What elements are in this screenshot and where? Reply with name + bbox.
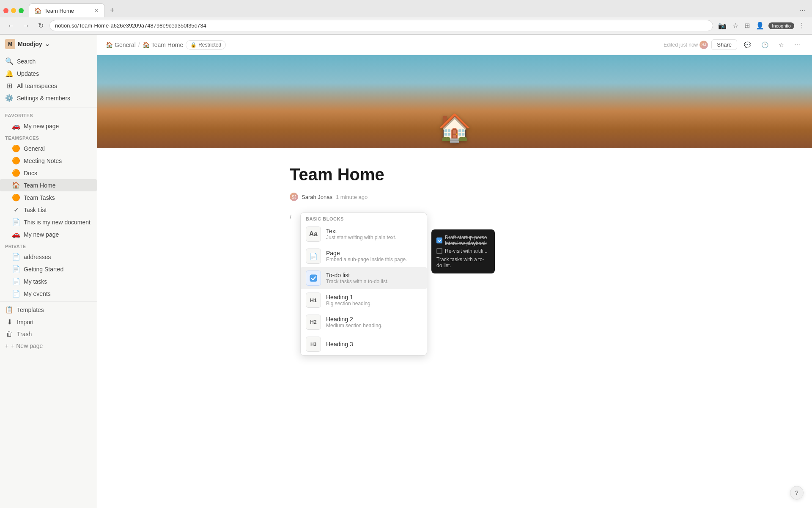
sidebar-item-settings[interactable]: ⚙️ Settings & members [0,92,97,104]
sidebar-item-team-home[interactable]: 🏠 Team Home [0,179,97,191]
my-tasks-icon: 📄 [12,277,20,285]
page-actions: Edited just now SJ Share 💬 🕐 ☆ ⋯ [664,39,804,50]
sidebar-item-my-events[interactable]: 📄 My events [0,287,97,300]
text-block-icon: Aa [306,226,321,242]
block-menu-item-h2[interactable]: H2 Heading 2 Medium section heading. [301,311,427,333]
docs-icon: 🟠 [12,169,20,177]
restricted-label: Restricted [198,42,221,48]
menu-icon[interactable]: ⋮ [797,20,807,31]
sidebar-item-search[interactable]: 🔍 Search [0,55,97,67]
minimize-window-btn[interactable] [11,8,16,13]
text-block-name: Text [326,228,422,235]
search-icon: 🔍 [5,57,14,65]
h2-block-name: Heading 2 [326,316,422,323]
app: M Moodjoy ⌄ 🔍 Search 🔔 Updates ⊞ All tea… [0,35,812,508]
sidebar-item-teamspaces[interactable]: ⊞ All teamspaces [0,80,97,92]
sidebar-item-templates[interactable]: 📋 Templates [0,304,97,316]
sidebar-item-docs[interactable]: 🟠 Docs [0,167,97,179]
task-list-label: Task List [24,207,92,213]
new-page-plus-icon: + [5,342,8,349]
tab-favicon: 🏠 [34,7,41,14]
share-btn[interactable]: Share [711,39,737,50]
block-menu-item-h1[interactable]: H1 Heading 1 Big section heading. [301,289,427,311]
templates-label: Templates [17,306,92,313]
meeting-notes-icon: 🟠 [12,157,20,165]
window-controls[interactable]: ⋯ [796,6,809,15]
forward-btn[interactable]: → [20,21,32,30]
block-menu-item-page[interactable]: 📄 Page Embed a sub-page inside this page… [301,245,427,267]
sidebar-item-trash[interactable]: 🗑 Trash [0,328,97,340]
browser-chrome: 🏠 Team Home ✕ + ⋯ ← → ↻ 📷 ☆ ⊞ 👤 Incognit… [0,0,812,35]
author-name: Sarah Jonas [302,194,332,200]
breadcrumb-general-label: General [115,41,136,48]
more-btn[interactable]: ⋯ [791,40,804,50]
tab-close-btn[interactable]: ✕ [93,8,99,14]
h2-block-info: Heading 2 Medium section heading. [326,316,422,329]
my-new-page-label: My new page [24,231,92,238]
new-tab-btn[interactable]: + [107,4,118,17]
camera-icon[interactable]: 📷 [716,20,728,31]
sidebar-divider-2 [0,301,97,302]
active-tab[interactable]: 🏠 Team Home ✕ [29,3,105,17]
favorite-btn[interactable]: ☆ [775,40,787,50]
addresses-label: addresses [24,254,92,260]
task-list-icon: ✓ [12,206,20,214]
sidebar-item-addresses[interactable]: 📄 addresses [0,251,97,263]
getting-started-label: Getting Started [24,266,92,273]
sidebar-item-general[interactable]: 🟠 General [0,142,97,155]
avatar-small: SJ [700,41,708,49]
cover-image: 🏠 [97,55,812,148]
sidebar-item-meeting-notes[interactable]: 🟠 Meeting Notes [0,155,97,167]
block-menu-section-title: BASIC BLOCKS [301,213,427,223]
block-menu-item-todo[interactable]: To-do list Track tasks with a to-do list… [301,267,427,289]
my-new-page-fav-label: My new page [24,123,92,130]
block-menu-item-text[interactable]: Aa Text Just start writing with plain te… [301,223,427,245]
draft-text: Draft startup perso interview playbook [445,235,490,246]
cover-overlay: 🏠 [97,55,812,148]
sidebar-item-my-new-page-fav[interactable]: 🚗 My new page [0,120,97,132]
team-tasks-icon: 🟠 [12,193,20,202]
main-content: 🏠 General / 🏠 Team Home 🔒 Restricted Edi… [97,35,812,508]
sidebar-item-this-is-my-doc[interactable]: 📄 This is my new document [0,216,97,228]
maximize-window-btn[interactable] [19,8,24,13]
addresses-icon: 📄 [12,253,20,261]
todo-unchecked-item: Re-visit with artifi... [436,248,490,254]
general-icon: 🟠 [12,144,20,152]
tab-bar: 🏠 Team Home ✕ + ⋯ [0,0,812,17]
workspace-name[interactable]: M Moodjoy ⌄ [5,39,50,49]
sidebar-item-my-new-page[interactable]: 🚗 My new page [0,228,97,240]
sidebar-item-my-tasks[interactable]: 📄 My tasks [0,275,97,287]
search-label: Search [17,58,92,65]
restricted-badge[interactable]: 🔒 Restricted [186,40,226,50]
block-menu-item-h3[interactable]: H3 Heading 3 [301,333,427,355]
extension-icon[interactable]: ⊞ [743,20,752,31]
lock-icon: 🔒 [190,42,197,48]
new-page-btn[interactable]: + + New page [0,340,97,352]
sidebar-item-import[interactable]: ⬇ Import [0,316,97,328]
close-window-btn[interactable] [3,8,8,13]
updates-label: Updates [17,70,92,77]
reload-btn[interactable]: ↻ [36,21,46,30]
breadcrumb-general[interactable]: 🏠 General [106,41,136,48]
page-icon-large: 🏠 [438,112,472,144]
sidebar-item-updates[interactable]: 🔔 Updates [0,67,97,80]
settings-icon: ⚙️ [5,94,14,102]
todo-checkbox-empty [436,248,442,254]
breadcrumb-general-icon: 🏠 [106,41,113,48]
workspace-initial: M [5,39,15,49]
page-title: Team Home [290,165,620,184]
breadcrumb-team-home[interactable]: 🏠 Team Home [143,41,183,48]
back-btn[interactable]: ← [5,21,17,30]
time-ago: 1 minute ago [336,194,368,200]
h3-block-icon: H3 [306,337,321,352]
address-input[interactable] [49,20,713,31]
help-btn[interactable]: ? [790,486,804,500]
sidebar-item-task-list[interactable]: ✓ Task List [0,204,97,216]
profile-icon[interactable]: 👤 [754,20,766,31]
comment-btn[interactable]: 💬 [741,40,754,50]
star-icon[interactable]: ☆ [731,20,740,31]
sidebar-item-team-tasks[interactable]: 🟠 Team Tasks [0,191,97,204]
history-btn[interactable]: 🕐 [758,40,772,50]
sidebar-item-getting-started[interactable]: 📄 Getting Started [0,263,97,275]
h3-block-name: Heading 3 [326,341,422,348]
